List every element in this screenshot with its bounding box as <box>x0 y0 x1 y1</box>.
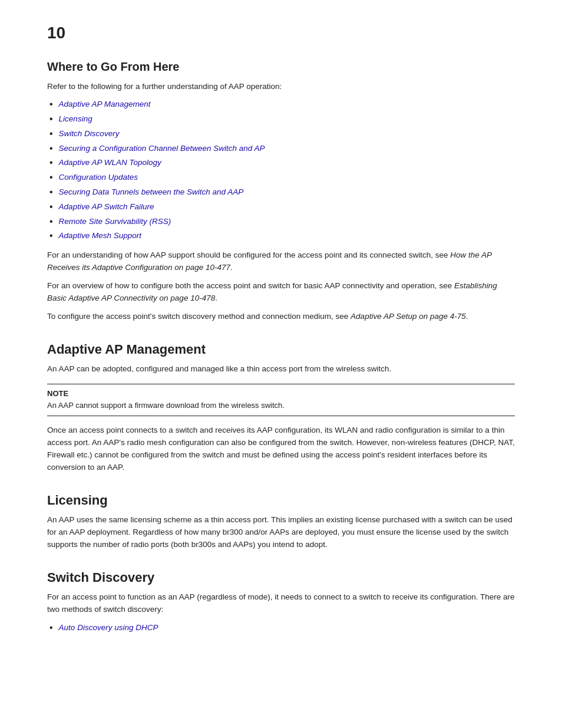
where-to-go-para3: To configure the access point's switch d… <box>47 311 515 323</box>
where-to-go-para1: For an understanding of how AAP support … <box>47 249 515 274</box>
link-adaptive-mesh-support[interactable]: Adaptive Mesh Support <box>59 230 141 242</box>
list-item[interactable]: Licensing <box>47 113 515 126</box>
link-remote-site-survivability[interactable]: Remote Site Survivability (RSS) <box>59 216 171 228</box>
link-configuration-updates[interactable]: Configuration Updates <box>59 172 138 183</box>
switch-discovery-links: Auto Discovery using DHCP <box>47 622 515 634</box>
link-auto-discovery-dhcp[interactable]: Auto Discovery using DHCP <box>59 622 158 634</box>
list-item[interactable]: Adaptive AP Management <box>47 98 515 111</box>
switch-discovery-intro: For an access point to function as an AA… <box>47 591 515 616</box>
list-item[interactable]: Auto Discovery using DHCP <box>47 622 515 634</box>
adaptive-ap-management-intro: An AAP can be adopted, configured and ma… <box>47 363 515 375</box>
link-adaptive-ap-wlan-topology[interactable]: Adaptive AP WLAN Topology <box>59 157 161 169</box>
link-securing-data-tunnels[interactable]: Securing Data Tunnels between the Switch… <box>59 186 244 198</box>
link-adaptive-ap-management[interactable]: Adaptive AP Management <box>59 98 151 110</box>
link-switch-discovery[interactable]: Switch Discovery <box>59 128 120 140</box>
note-label: NOTE <box>47 389 515 398</box>
list-item[interactable]: Remote Site Survivability (RSS) <box>47 216 515 228</box>
list-item[interactable]: Adaptive AP Switch Failure <box>47 201 515 213</box>
link-adaptive-ap-switch-failure[interactable]: Adaptive AP Switch Failure <box>59 201 154 213</box>
list-item[interactable]: Securing Data Tunnels between the Switch… <box>47 186 515 199</box>
licensing-title: Licensing <box>47 493 515 508</box>
adaptive-ap-management-section: Adaptive AP Management An AAP can be ado… <box>47 342 515 474</box>
list-item[interactable]: Adaptive Mesh Support <box>47 230 515 242</box>
note-text: An AAP cannot support a firmware downloa… <box>47 400 515 411</box>
where-to-go-intro: Refer to the following for a further und… <box>47 81 515 93</box>
link-securing-config-channel[interactable]: Securing a Configuration Channel Between… <box>59 143 265 154</box>
list-item[interactable]: Configuration Updates <box>47 172 515 184</box>
list-item[interactable]: Switch Discovery <box>47 128 515 140</box>
licensing-section: Licensing An AAP uses the same licensing… <box>47 493 515 551</box>
switch-discovery-section: Switch Discovery For an access point to … <box>47 570 515 634</box>
link-licensing[interactable]: Licensing <box>59 113 92 125</box>
list-item[interactable]: Adaptive AP WLAN Topology <box>47 157 515 169</box>
licensing-body: An AAP uses the same licensing scheme as… <box>47 514 515 551</box>
switch-discovery-title: Switch Discovery <box>47 570 515 585</box>
page-number: 10 <box>47 24 515 42</box>
adaptive-ap-management-title: Adaptive AP Management <box>47 342 515 357</box>
where-to-go-links: Adaptive AP Management Licensing Switch … <box>47 98 515 242</box>
list-item[interactable]: Securing a Configuration Channel Between… <box>47 143 515 155</box>
page-container: 10 Where to Go From Here Refer to the fo… <box>0 0 562 728</box>
adaptive-ap-management-body: Once an access point connects to a switc… <box>47 424 515 474</box>
where-to-go-title: Where to Go From Here <box>47 60 515 74</box>
where-to-go-para2: For an overview of how to configure both… <box>47 280 515 305</box>
note-box: NOTE An AAP cannot support a firmware do… <box>47 384 515 417</box>
